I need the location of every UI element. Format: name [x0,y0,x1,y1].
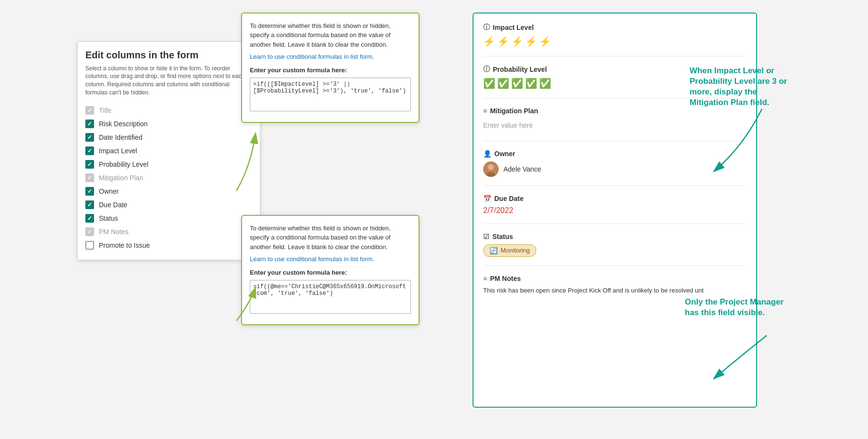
field-impact-level: ⓘ Impact Level ⚡ ⚡ ⚡ ⚡ ⚡ [483,23,746,56]
checkbox-promote-to-issue[interactable] [85,241,94,250]
lines-icon-mitigation: ≡ [483,107,487,115]
checkbox-pm-notes[interactable] [85,227,94,236]
column-label-date-identified: Date Identified [99,133,142,141]
checkbox-owner[interactable] [85,187,94,196]
checkmark-circle-icon: ☑ [483,233,489,240]
column-item-risk-description[interactable]: Risk Description [85,117,252,131]
column-label-due-date: Due Date [99,201,127,209]
svg-point-3 [488,164,494,170]
tooltip2-description: To determine whether this field is shown… [250,224,411,252]
impact-level-label: ⓘ Impact Level [483,23,746,32]
lightning-3: ⚡ [511,36,523,47]
column-item-pm-notes[interactable]: PM Notes [85,225,252,239]
mitigation-plan-label: ≡ Mitigation Plan [483,107,746,115]
mitigation-plan-text: Mitigation Plan [490,107,538,115]
column-label-owner: Owner [99,187,119,195]
lightning-2: ⚡ [497,36,509,47]
annotation-2-text: Only the Project Manager has this field … [685,297,784,317]
column-item-probability-level[interactable]: Probability Level [85,158,252,171]
column-item-status[interactable]: Status [85,212,252,225]
annotation-pm-manager: Only the Project Manager has this field … [685,297,796,318]
status-badge: 🔄 Monitoring [483,244,536,257]
circle-i-icon-impact: ⓘ [483,23,490,32]
column-item-date-identified[interactable]: Date Identified [85,131,252,144]
check-5: ✅ [539,78,551,89]
owner-name: Adele Vance [503,165,541,173]
mitigation-plan-placeholder: Enter value here [483,119,746,132]
column-item-promote-to-issue[interactable]: Promote to Issue [85,239,252,252]
column-item-due-date[interactable]: Due Date [85,198,252,212]
column-label-impact-level: Impact Level [99,147,137,155]
column-label-status: Status [99,214,118,222]
tooltip2-formula-input[interactable]: =if((@me=='ChristieC@M365x656919.OnMicro… [250,280,411,314]
checkbox-title[interactable] [85,106,94,115]
check-4: ✅ [525,78,537,89]
checkbox-date-identified[interactable] [85,133,94,142]
checkbox-impact-level[interactable] [85,146,94,155]
tooltip2-formula-label: Enter your custom formula here: [250,268,411,278]
checkbox-probability-level[interactable] [85,160,94,169]
status-badge-text: Monitoring [501,247,530,254]
column-label-risk-description: Risk Description [99,120,148,128]
checkbox-status[interactable] [85,214,94,223]
tooltip-box-2: To determine whether this field is shown… [241,215,420,325]
checkbox-due-date[interactable] [85,200,94,209]
lightning-icons: ⚡ ⚡ ⚡ ⚡ ⚡ [483,36,746,47]
column-item-title[interactable]: Title [85,104,252,117]
probability-level-text: Probability Level [493,66,547,73]
tooltip2-learn-link[interactable]: Learn to use conditional formulas in lis… [250,255,374,263]
monitoring-icon: 🔄 [489,247,498,254]
annotation-impact-mitigation: When Impact Level or Probability Level a… [690,66,796,108]
checkbox-risk-description[interactable] [85,120,94,128]
column-item-impact-level[interactable]: Impact Level [85,144,252,158]
lightning-5: ⚡ [539,36,551,47]
columns-list: Title Risk Description Date Identified I… [85,104,252,252]
calendar-icon: 📅 [483,195,491,202]
field-due-date: 📅 Due Date 2/7/2022 [483,195,746,224]
left-panel: Edit columns in the form Select a column… [77,13,453,427]
column-label-pm-notes: PM Notes [99,228,128,236]
annotation-1-text: When Impact Level or Probability Level a… [690,66,787,107]
person-icon-owner: 👤 [483,150,491,158]
due-date-label: 📅 Due Date [483,195,746,202]
avatar-adele [483,161,499,177]
check-3: ✅ [511,78,523,89]
pm-notes-label: ≡ PM Notes [483,275,746,282]
lightning-1: ⚡ [483,36,495,47]
right-panel: ⓘ Impact Level ⚡ ⚡ ⚡ ⚡ ⚡ ⓘ Probability L… [473,13,791,427]
column-label-mitigation-plan: Mitigation Plan [99,174,143,182]
lightning-4: ⚡ [525,36,537,47]
owner-text: Owner [494,150,515,158]
tooltip1-formula-input[interactable]: =if(([$ImpactLevel] >='3' || [$Probabili… [250,78,411,111]
pm-notes-text: PM Notes [490,275,521,282]
pm-notes-content: This risk has been open since Project Ki… [483,286,746,295]
status-text: Status [492,233,513,240]
due-date-value: 2/7/2022 [483,206,746,215]
check-1: ✅ [483,78,495,89]
status-label: ☑ Status [483,233,746,240]
edit-columns-description: Select a column to show or hide it in th… [85,65,252,97]
column-item-owner[interactable]: Owner [85,185,252,198]
edit-columns-box: Edit columns in the form Select a column… [77,41,260,260]
checkbox-mitigation-plan[interactable] [85,173,94,182]
lines-icon-pm: ≡ [483,275,487,282]
column-label-promote-to-issue: Promote to Issue [99,241,150,249]
tooltip1-description: To determine whether this field is shown… [250,21,411,50]
field-owner: 👤 Owner Adele Vance [483,150,746,186]
field-status: ☑ Status 🔄 Monitoring [483,233,746,266]
due-date-text: Due Date [494,195,524,202]
circle-i-icon-prob: ⓘ [483,65,490,74]
field-mitigation-plan: ≡ Mitigation Plan Enter value here [483,107,746,141]
edit-columns-title: Edit columns in the form [85,50,252,61]
owner-label: 👤 Owner [483,150,746,158]
tooltip1-learn-link[interactable]: Learn to use conditional formulas in lis… [250,53,374,60]
impact-level-text: Impact Level [493,24,534,31]
column-item-mitigation-plan[interactable]: Mitigation Plan [85,171,252,185]
column-label-probability-level: Probability Level [99,160,149,168]
tooltip1-formula-label: Enter your custom formula here: [250,66,411,75]
owner-row: Adele Vance [483,161,746,177]
column-label-title: Title [99,106,111,114]
tooltip-box-1: To determine whether this field is shown… [241,13,420,123]
check-2: ✅ [497,78,509,89]
